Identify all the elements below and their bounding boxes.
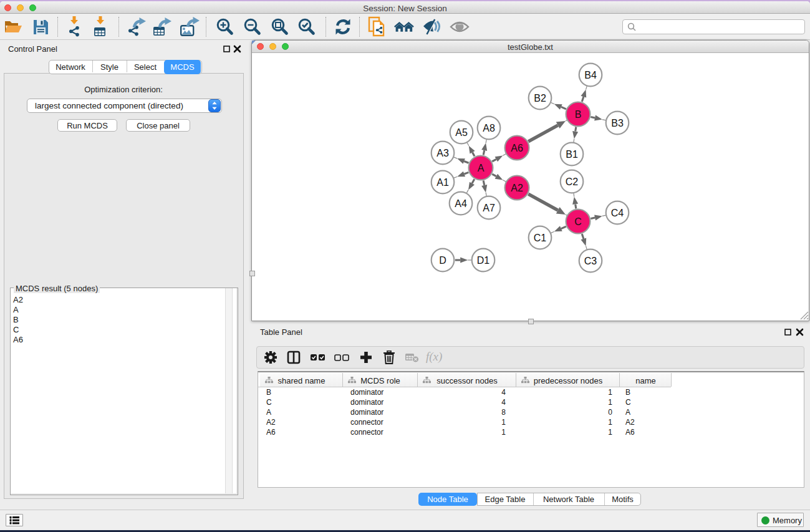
svg-text:D: D xyxy=(439,255,446,266)
svg-text:A4: A4 xyxy=(455,198,467,209)
svg-text:A3: A3 xyxy=(436,148,449,158)
svg-text:B2: B2 xyxy=(534,93,546,104)
svg-text:A7: A7 xyxy=(483,203,495,213)
svg-text:D1: D1 xyxy=(477,255,490,266)
svg-text:A1: A1 xyxy=(436,177,449,188)
svg-text:B1: B1 xyxy=(566,149,578,160)
svg-text:C4: C4 xyxy=(611,208,624,218)
svg-text:A6: A6 xyxy=(511,143,523,153)
svg-text:A2: A2 xyxy=(511,183,523,193)
svg-text:A: A xyxy=(478,163,485,173)
svg-text:B: B xyxy=(575,109,582,120)
svg-text:B4: B4 xyxy=(584,70,597,80)
svg-text:B3: B3 xyxy=(611,118,624,128)
svg-text:C1: C1 xyxy=(534,233,547,243)
svg-text:A8: A8 xyxy=(483,123,495,133)
svg-text:A5: A5 xyxy=(455,127,468,138)
svg-text:C: C xyxy=(574,216,582,227)
svg-text:C3: C3 xyxy=(584,256,597,266)
svg-text:C2: C2 xyxy=(566,177,579,187)
